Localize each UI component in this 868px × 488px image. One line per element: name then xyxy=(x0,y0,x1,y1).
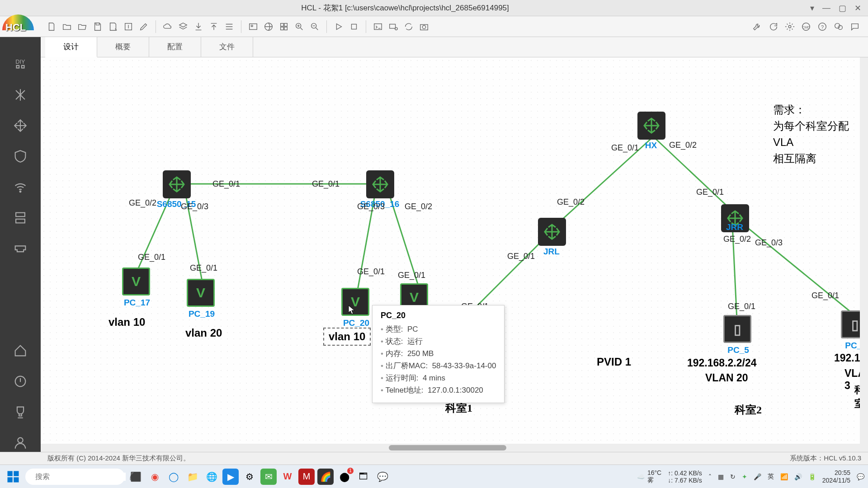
settings-icon[interactable]: ⚙ xyxy=(241,469,258,485)
export-icon[interactable] xyxy=(122,20,135,33)
topology-canvas[interactable]: S6850_15 S6850_16 HX JRL JRR xyxy=(41,57,868,452)
layers-icon[interactable] xyxy=(177,20,189,33)
tray-app-icon[interactable]: ▦ xyxy=(718,473,724,480)
canvas-text-vlan10-selected[interactable]: vlan 10 xyxy=(323,328,371,346)
app-blue-icon[interactable]: ▶ xyxy=(222,469,239,485)
upload-icon[interactable] xyxy=(208,20,220,33)
canvas-text-pvid1[interactable]: PVID 1 xyxy=(597,356,631,368)
explorer-icon[interactable]: 📁 xyxy=(184,469,201,485)
tab-file[interactable]: 文件 xyxy=(201,37,253,57)
weather-icon[interactable]: ☁️ xyxy=(637,473,645,480)
tray-mic-icon[interactable]: 🎤 xyxy=(754,473,761,480)
device-pc-20[interactable]: VPC_20 xyxy=(341,288,369,316)
device-pc-5[interactable]: ▯PC_5 xyxy=(723,315,751,343)
save-icon[interactable] xyxy=(91,20,104,33)
search-input[interactable] xyxy=(35,473,126,481)
camera-icon[interactable] xyxy=(418,20,430,33)
nav-topology-icon[interactable] xyxy=(11,86,29,104)
volume-icon[interactable]: 🔊 xyxy=(794,473,802,480)
terminal-icon[interactable] xyxy=(372,20,384,33)
tray-sync-icon[interactable]: ↻ xyxy=(730,473,736,480)
cmd-icon[interactable]: CMD xyxy=(800,20,812,33)
wifi-icon[interactable]: 📶 xyxy=(780,473,788,480)
zoom-in-icon[interactable] xyxy=(293,20,306,33)
nav-home-icon[interactable] xyxy=(11,342,29,360)
device-switch-s6850-16[interactable]: S6850_16 xyxy=(366,170,394,198)
canvas-text-req-title[interactable]: 需求： xyxy=(773,102,868,118)
chrome-icon[interactable]: ◉ xyxy=(146,469,163,485)
wps-icon[interactable]: W xyxy=(279,469,296,485)
taskbar-search[interactable]: 🎮 xyxy=(25,469,125,485)
open-folder-icon[interactable] xyxy=(76,20,89,33)
minimize-button[interactable]: — xyxy=(822,3,830,13)
tab-design[interactable]: 设计 xyxy=(45,37,97,57)
ime-indicator[interactable]: 英 xyxy=(768,473,774,481)
zoom-out-icon[interactable] xyxy=(308,20,321,33)
new-icon[interactable] xyxy=(45,20,58,33)
app-grey-icon[interactable]: 🗔 xyxy=(355,469,372,485)
wechat-icon[interactable] xyxy=(832,20,845,33)
nav-port-icon[interactable] xyxy=(11,239,29,258)
obs-icon[interactable]: ⬤1 xyxy=(336,469,353,485)
canvas-text-vlan10[interactable]: vlan 10 xyxy=(108,316,145,328)
battery-icon[interactable]: 🔋 xyxy=(808,473,816,480)
horizontal-scrollbar[interactable] xyxy=(41,444,868,452)
taskbar-clock[interactable]: 20:55 2024/11/5 xyxy=(822,469,850,484)
globe-icon[interactable] xyxy=(262,20,275,33)
download-icon[interactable] xyxy=(192,20,205,33)
nav-security-icon[interactable] xyxy=(11,147,29,165)
app-green-icon[interactable]: ✉ xyxy=(260,469,277,485)
tab-config[interactable]: 配置 xyxy=(149,37,201,57)
taskview-icon[interactable]: ⬛ xyxy=(127,469,144,485)
canvas-text-req-line[interactable]: 相互隔离 xyxy=(773,150,868,167)
help-icon[interactable]: ? xyxy=(816,20,829,33)
canvas-text-vlan20[interactable]: vlan 20 xyxy=(185,327,222,339)
edge-swirl-icon[interactable]: ◯ xyxy=(165,469,182,485)
menu-dropdown-icon[interactable]: ▾ xyxy=(810,3,814,13)
nav-power-icon[interactable] xyxy=(11,372,29,390)
list-icon[interactable] xyxy=(223,20,236,33)
hcl-taskbar-icon[interactable]: 🌈 xyxy=(317,469,334,485)
stop-icon[interactable] xyxy=(348,20,360,33)
wechat-taskbar-icon[interactable]: 💬 xyxy=(374,469,391,485)
grid-icon[interactable] xyxy=(278,20,290,33)
nav-trophy-icon[interactable] xyxy=(11,403,29,421)
device-switch-hx[interactable]: HX xyxy=(637,112,665,140)
device-switch-s6850-15[interactable]: S6850_15 xyxy=(163,170,191,198)
edit-icon[interactable] xyxy=(137,20,150,33)
nav-user-icon[interactable] xyxy=(11,434,29,452)
edge-icon[interactable]: 🌐 xyxy=(203,469,220,485)
notifications-icon[interactable]: 💬 xyxy=(857,473,864,480)
wrench-icon[interactable] xyxy=(751,20,764,33)
nav-server-icon[interactable] xyxy=(11,209,29,227)
cloud-icon[interactable] xyxy=(161,20,174,33)
device-pc-19[interactable]: VPC_19 xyxy=(187,279,215,307)
vertical-scrollbar[interactable] xyxy=(860,57,868,444)
canvas-text-req-line[interactable]: 为每个科室分配VLA xyxy=(773,118,868,150)
app-red-icon[interactable]: M xyxy=(298,469,315,485)
canvas-text-dept2[interactable]: 科室2 xyxy=(735,403,762,417)
device-switch-jrr[interactable]: JRR xyxy=(721,204,749,232)
gear-icon[interactable] xyxy=(783,20,796,33)
reload-icon[interactable] xyxy=(767,20,780,33)
open-icon[interactable] xyxy=(61,20,73,33)
canvas-text-vlan[interactable]: VLAN 20 xyxy=(705,372,748,384)
device-config-icon[interactable] xyxy=(387,20,400,33)
tray-leaf-icon[interactable]: ✦ xyxy=(742,473,747,480)
chat-icon[interactable] xyxy=(849,20,861,33)
maximize-button[interactable]: ▢ xyxy=(839,3,846,13)
nav-move-icon[interactable] xyxy=(11,117,29,135)
device-pc-17[interactable]: VPC_17 xyxy=(122,267,150,296)
device-switch-jrl[interactable]: JRL xyxy=(538,218,566,246)
close-button[interactable]: ✕ xyxy=(854,3,861,13)
play-icon[interactable] xyxy=(332,20,345,33)
canvas-text-ip[interactable]: 192.168.2.2/24 xyxy=(687,357,756,369)
tray-chevron-icon[interactable]: ˄ xyxy=(708,473,712,480)
nav-wifi-icon[interactable] xyxy=(11,178,29,196)
windows-start-button[interactable] xyxy=(4,467,23,486)
nav-diy-icon[interactable]: DIY xyxy=(11,55,29,73)
refresh-link-icon[interactable] xyxy=(402,20,415,33)
image-icon[interactable] xyxy=(247,20,259,33)
tab-overview[interactable]: 概要 xyxy=(97,37,149,57)
saveas-icon[interactable] xyxy=(107,20,119,33)
